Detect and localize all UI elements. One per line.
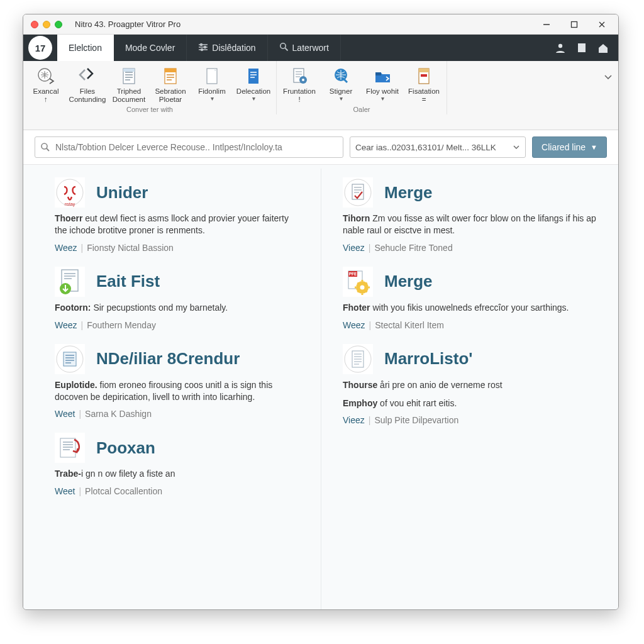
tab-elelction[interactable]: Elelction — [57, 35, 114, 61]
search-row: Cear ias..02031,63101/ Melt... 36LLK Cli… — [23, 130, 618, 164]
card-title[interactable]: Pooxan — [96, 438, 155, 458]
card-link-secondary[interactable]: Fouthern Menday — [87, 320, 156, 330]
sliders-icon — [198, 43, 208, 53]
card-link-primary[interactable]: Weez — [55, 243, 77, 253]
separator: | — [79, 409, 81, 419]
card-link-secondary[interactable]: Sarna K Dashign — [85, 409, 152, 419]
doc-stamp-icon — [343, 177, 373, 208]
card-link-primary[interactable]: Vieez — [343, 243, 365, 253]
ribbon-button-label: Exancal↑ — [33, 87, 59, 105]
card-title[interactable]: Merge — [384, 272, 433, 291]
user-icon[interactable] — [554, 42, 567, 54]
card-link-secondary[interactable]: Plotcal Cocallention — [85, 486, 162, 496]
bookmark-icon[interactable] — [575, 42, 588, 54]
ribbon-button[interactable]: Delecation▾ — [233, 64, 274, 105]
doc-blue-icon — [243, 66, 264, 86]
primary-action-button[interactable]: Cliared line ▼ — [532, 136, 607, 158]
svg-rect-27 — [419, 69, 429, 72]
close-traffic-light[interactable] — [31, 21, 38, 28]
svg-rect-13 — [578, 43, 586, 52]
ribbon-button[interactable]: Exancal↑ — [26, 64, 66, 105]
ribbon-button[interactable]: Stigner▾ — [321, 64, 361, 105]
card-link-primary[interactable]: Weet — [55, 409, 75, 419]
card-link-secondary[interactable]: Stectal Kiterl Item — [375, 320, 444, 330]
separator: | — [81, 320, 84, 330]
card-title[interactable]: NDe/iliar 8Crendur — [96, 349, 240, 369]
card-link-primary[interactable]: Vieez — [343, 415, 365, 425]
search-input-container[interactable] — [35, 136, 343, 158]
separator: | — [369, 415, 371, 425]
ribbon-button[interactable]: FilesContunding — [67, 64, 108, 105]
ribbon-button[interactable]: Floy wohit▾ — [362, 64, 402, 105]
doc-round-icon — [55, 344, 85, 374]
card-head: Merge — [343, 177, 601, 208]
home-content: nstayUniderThoerr eut dewl fiect is asms… — [23, 164, 618, 609]
ribbon-collapse-icon[interactable] — [603, 72, 613, 84]
tab-mode-covler[interactable]: Mode Covler — [114, 35, 187, 61]
svg-line-30 — [47, 148, 49, 151]
card-title[interactable]: Unider — [96, 183, 148, 203]
close-button[interactable] — [591, 16, 613, 33]
ribbon-button[interactable]: TriphedDocument — [109, 64, 149, 105]
svg-point-29 — [42, 143, 47, 149]
button-label: Cliared line — [541, 142, 586, 152]
card-head: Eait Fist — [55, 267, 303, 297]
doc-orange-icon — [160, 66, 180, 86]
zoom-traffic-light[interactable] — [55, 21, 62, 28]
minimize-button[interactable] — [535, 16, 558, 33]
ribbon-button-label: Fisatation= — [408, 87, 440, 105]
card-link-secondary[interactable]: Sehucle Fitre Toned — [374, 243, 452, 253]
doc-blank-icon — [202, 66, 222, 86]
card-head: Pooxan — [55, 433, 303, 463]
card-head: PFEMerge — [343, 267, 601, 297]
ribbon-button[interactable]: Fidonlim▾ — [192, 64, 232, 105]
nav-arrows-icon — [77, 66, 97, 86]
tab-disledation[interactable]: Dislêdation — [187, 35, 267, 61]
search-input[interactable] — [55, 142, 338, 152]
card-head: NDe/iliar 8Crendur — [55, 344, 303, 374]
ribbon-button[interactable]: SebrationPloetar — [150, 64, 191, 105]
maximize-button[interactable] — [563, 16, 586, 33]
home-card: MarroListo'Thourse åri pre on anio de ve… — [343, 344, 601, 426]
chevron-down-icon: ▼ — [591, 143, 597, 151]
home-card: PFEMergeFhoter with you fikis unowelneds… — [343, 267, 601, 330]
card-link-primary[interactable]: Weet — [55, 486, 75, 496]
card-links: Weet|Sarna K Dashign — [55, 409, 303, 419]
card-links: Weet|Plotcal Cocallention — [55, 486, 303, 496]
svg-point-12 — [558, 44, 562, 48]
window-title: Nitro 43. Proagpter Vitror Pro — [75, 19, 180, 29]
ribbon-button[interactable]: Fisatation= — [404, 64, 444, 105]
ribbon: Exancal↑FilesContundingTriphedDocumentSe… — [23, 61, 618, 130]
app-badge[interactable]: 17 — [28, 36, 52, 60]
card-links: Vieez|Sehucle Fitre Toned — [343, 243, 601, 253]
tab-laterwort[interactable]: Laterwort — [268, 35, 341, 61]
svg-rect-36 — [64, 352, 76, 366]
home-icon[interactable] — [597, 42, 609, 54]
doc-download-icon — [55, 267, 85, 297]
status-dropdown[interactable]: Cear ias..02031,63101/ Melt... 36LLK — [350, 136, 526, 158]
card-description: Thourse åri pre on anio de verneme rost — [343, 379, 601, 391]
globe-blue-icon — [331, 66, 351, 86]
svg-rect-37 — [60, 438, 75, 457]
home-card: nstayUniderThoerr eut dewl fiect is asms… — [55, 177, 303, 253]
card-link-secondary[interactable]: Sulp Pite Dilpevartion — [374, 415, 458, 425]
titlebar: Nitro 43. Proagpter Vitror Pro — [23, 14, 618, 35]
card-description: Fhoter with you fikis unowelneds efreccî… — [343, 302, 601, 314]
card-link-primary[interactable]: Weez — [343, 320, 365, 330]
card-title[interactable]: Eait Fist — [96, 272, 160, 291]
card-link-primary[interactable]: Weez — [55, 320, 77, 330]
ribbon-button[interactable]: Fruntation! — [279, 64, 319, 105]
separator: | — [369, 320, 372, 330]
home-col-left: nstayUniderThoerr eut dewl fiect is asms… — [23, 169, 321, 609]
ribbon-button-label: SebrationPloetar — [155, 87, 186, 105]
svg-rect-20 — [248, 69, 258, 84]
ribbon-button-label: Fruntation! — [283, 87, 316, 105]
minimize-traffic-light[interactable] — [43, 21, 50, 28]
card-title[interactable]: MarroListo' — [384, 349, 473, 369]
card-description: Tihorn Zm vou fisse as wilt ower focr bl… — [343, 213, 601, 236]
ribbon-group: Exancal↑FilesContundingTriphedDocumentSe… — [23, 61, 277, 114]
traffic-lights — [31, 21, 62, 28]
card-title[interactable]: Merge — [384, 183, 433, 203]
card-link-secondary[interactable]: Fionsty Nictal Bassion — [87, 243, 174, 253]
dropdown-label: Cear ias..02031,63101/ Melt... 36LLK — [355, 143, 496, 152]
